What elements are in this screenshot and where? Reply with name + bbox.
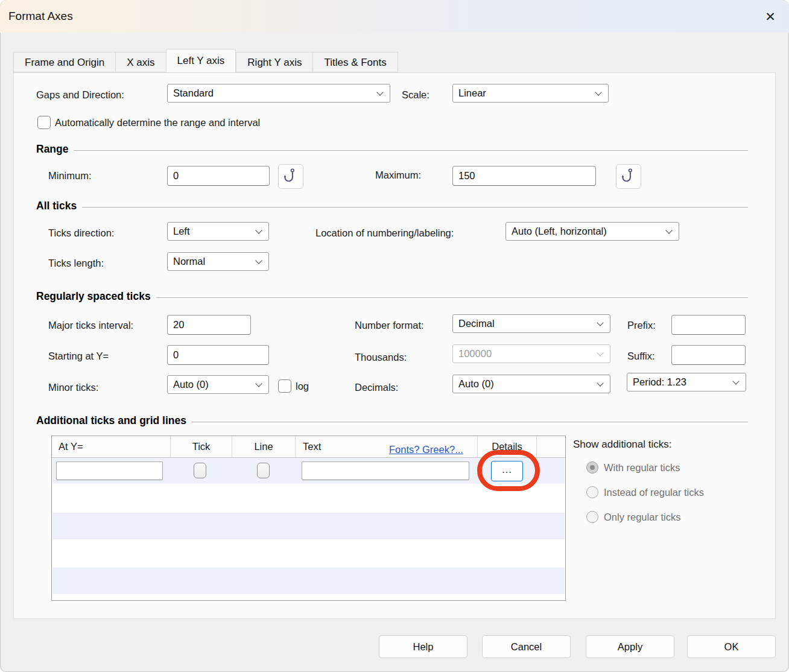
decimals-value: Auto (0)	[458, 378, 494, 390]
details-button[interactable]: ...	[491, 461, 523, 481]
radio-with-regular-ticks-label: With regular ticks	[604, 462, 680, 474]
major-interval-label: Major ticks interval:	[48, 320, 133, 331]
starting-at-label: Starting at Y=	[48, 350, 109, 362]
column-header-tick: Tick	[170, 436, 232, 457]
maximum-label: Maximum:	[375, 170, 421, 181]
all-ticks-section-header: All ticks	[36, 200, 748, 212]
thousands-value: 100000	[458, 348, 492, 360]
additional-ticks-table: At Y= Tick Line Text Details	[51, 436, 566, 601]
major-interval-input[interactable]	[167, 315, 251, 335]
minor-ticks-value: Auto (0)	[173, 379, 209, 390]
auto-range-checkbox[interactable]	[37, 116, 51, 129]
chevron-down-icon	[256, 381, 262, 388]
minimum-label: Minimum:	[48, 170, 92, 182]
tick-checkbox[interactable]	[194, 463, 206, 478]
radio-instead-of-regular-ticks[interactable]	[586, 486, 598, 498]
maximum-input[interactable]	[452, 166, 596, 186]
minor-ticks-label: Minor ticks:	[48, 382, 98, 393]
ticks-length-select[interactable]: Normal	[167, 252, 269, 271]
table-row	[52, 568, 565, 594]
range-section-header: Range	[36, 143, 748, 156]
chevron-down-icon	[595, 90, 602, 97]
radio-only-regular-ticks[interactable]	[586, 511, 598, 523]
ticks-length-label: Ticks length:	[48, 258, 104, 269]
chevron-down-icon	[377, 90, 384, 97]
numbering-location-select[interactable]: Auto (Left, horizontal)	[505, 222, 679, 241]
help-button[interactable]: Help	[379, 635, 467, 658]
tab-titles-fonts[interactable]: Titles & Fonts	[312, 52, 398, 72]
thousands-label: Thousands:	[355, 352, 407, 363]
column-header-spacer	[536, 436, 565, 457]
format-axes-dialog: Format Axes ✕ Frame and Origin X axis Le…	[0, 0, 789, 672]
chevron-down-icon	[597, 320, 604, 327]
column-header-at-y: At Y=	[52, 436, 170, 457]
dialog-title: Format Axes	[8, 0, 73, 33]
minimum-input[interactable]	[167, 166, 270, 186]
section-rule	[74, 150, 748, 151]
ticks-length-value: Normal	[173, 256, 205, 267]
line-checkbox[interactable]	[257, 463, 270, 478]
ticks-direction-value: Left	[173, 226, 190, 237]
numbering-location-label: Location of numbering/labeling:	[315, 227, 454, 239]
prefix-label: Prefix:	[627, 320, 656, 331]
log-label: log	[296, 381, 309, 392]
ok-button[interactable]: OK	[687, 635, 776, 658]
apply-button[interactable]: Apply	[586, 635, 674, 658]
table-header-row: At Y= Tick Line Text Details	[52, 436, 565, 458]
fishing-hook-icon	[283, 168, 299, 186]
chevron-down-icon	[256, 258, 262, 265]
tab-right-y-axis[interactable]: Right Y axis	[236, 52, 312, 72]
table-row	[52, 513, 565, 539]
at-y-input[interactable]	[56, 461, 163, 480]
scale-value: Linear	[458, 87, 486, 99]
tab-x-axis[interactable]: X axis	[115, 52, 165, 72]
starting-at-input[interactable]	[167, 345, 269, 365]
column-header-details: Details	[477, 436, 536, 457]
chevron-down-icon	[666, 228, 673, 235]
number-format-value: Decimal	[458, 318, 495, 329]
ticks-direction-label: Ticks direction:	[48, 227, 114, 239]
numbering-location-value: Auto (Left, horizontal)	[512, 226, 607, 237]
regular-ticks-section-header: Regularly spaced ticks	[36, 290, 748, 303]
radio-instead-of-regular-ticks-label: Instead of regular ticks	[604, 487, 704, 498]
suffix-input[interactable]	[671, 345, 746, 365]
minimum-hook-button[interactable]	[278, 164, 303, 189]
thousands-select: 100000	[452, 344, 610, 363]
section-rule	[192, 422, 748, 422]
auto-range-label: Automatically determine the range and in…	[55, 117, 260, 128]
cancel-button[interactable]: Cancel	[482, 635, 571, 658]
fonts-greek-link[interactable]: Fonts? Greek?...	[389, 444, 463, 455]
tab-frame-and-origin[interactable]: Frame and Origin	[13, 52, 115, 72]
ticks-direction-select[interactable]: Left	[167, 222, 269, 241]
gaps-direction-label: Gaps and Direction:	[36, 89, 124, 101]
maximum-hook-button[interactable]	[616, 164, 641, 189]
additional-ticks-section-header: Additional ticks and grid lines	[36, 414, 748, 427]
title-bar: Format Axes ✕	[0, 0, 789, 33]
tick-text-input[interactable]	[302, 461, 469, 480]
suffix-label: Suffix:	[627, 350, 655, 362]
period-select[interactable]: Period: 1.23	[627, 373, 746, 391]
chevron-down-icon	[733, 379, 740, 385]
section-rule	[82, 207, 748, 208]
gaps-direction-select[interactable]: Standard	[167, 84, 390, 103]
tab-left-y-axis[interactable]: Left Y axis	[166, 49, 236, 73]
close-icon[interactable]: ✕	[761, 8, 779, 26]
gaps-direction-value: Standard	[173, 87, 214, 99]
period-value: Period: 1.23	[633, 376, 686, 388]
tab-strip: Frame and Origin X axis Left Y axis Righ…	[13, 49, 398, 72]
number-format-select[interactable]: Decimal	[452, 314, 610, 333]
scale-select[interactable]: Linear	[452, 84, 609, 103]
prefix-input[interactable]	[671, 315, 746, 335]
minor-ticks-select[interactable]: Auto (0)	[167, 375, 269, 394]
section-rule	[156, 297, 748, 298]
show-additional-label: Show additional ticks:	[573, 439, 671, 451]
radio-with-regular-ticks[interactable]	[586, 461, 598, 474]
chevron-down-icon	[597, 350, 604, 357]
scale-label: Scale:	[402, 89, 429, 101]
column-header-line: Line	[232, 436, 295, 457]
decimals-select[interactable]: Auto (0)	[452, 375, 610, 393]
number-format-label: Number format:	[355, 320, 424, 331]
log-checkbox[interactable]	[278, 379, 291, 393]
chevron-down-icon	[256, 228, 262, 235]
fishing-hook-icon	[621, 168, 636, 186]
